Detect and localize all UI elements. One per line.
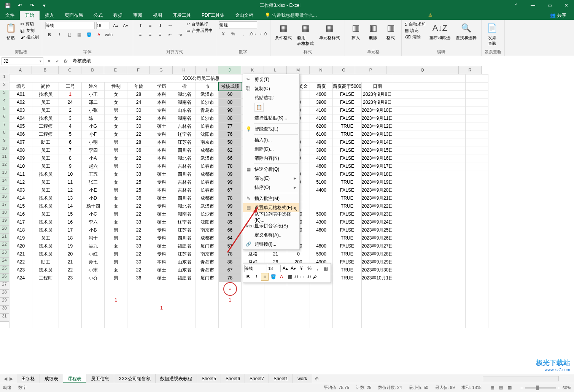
column-header[interactable]: D (81, 66, 104, 74)
cell[interactable] (173, 304, 196, 312)
cell[interactable]: 青岛市 (196, 258, 219, 266)
cell[interactable]: 2023年9月18日 (361, 170, 393, 178)
cell[interactable] (196, 304, 219, 312)
cell[interactable] (219, 320, 242, 328)
row-header[interactable]: 27 (0, 282, 9, 290)
row-header[interactable]: 8 (0, 130, 9, 138)
cell[interactable]: 女 (105, 194, 127, 202)
cell[interactable] (264, 304, 287, 312)
cell[interactable]: 本科 (150, 146, 173, 154)
cell[interactable]: FALSE (333, 186, 362, 194)
cell[interactable] (466, 296, 488, 304)
invoice-check-button[interactable]: 📄发票查验 (485, 21, 500, 47)
cell[interactable]: FALSE (333, 218, 362, 226)
zoom-slider[interactable] (525, 387, 556, 389)
row-header[interactable]: 3 (0, 90, 9, 98)
orientation-icon[interactable]: ⤺ (166, 21, 174, 30)
cell[interactable] (466, 226, 488, 234)
horizontal-scrollbar[interactable] (483, 376, 559, 381)
cell[interactable]: 2023年9月15日 (361, 146, 393, 154)
cell[interactable]: 本科 (150, 186, 173, 194)
cell[interactable] (333, 312, 362, 320)
cell[interactable]: 4900 (310, 138, 333, 146)
cell[interactable] (466, 178, 488, 186)
cell[interactable]: 2 (59, 106, 82, 114)
cell[interactable] (393, 202, 466, 210)
row-headers[interactable]: 1234567891011121314151617181920212223242… (0, 74, 9, 328)
tab-pdf[interactable]: PDF工具集 (196, 11, 230, 20)
cell[interactable]: 沈阳市 (196, 218, 219, 226)
cell[interactable]: 4 (59, 122, 82, 130)
cell[interactable] (82, 304, 105, 312)
cell[interactable]: 吉林省 (173, 122, 196, 130)
cell[interactable]: 沈阳市 (196, 130, 219, 138)
mini-font-combo[interactable] (244, 265, 267, 272)
cell[interactable]: 助工 (32, 138, 59, 146)
cell[interactable]: 江苏省 (173, 250, 196, 258)
cell[interactable] (333, 304, 362, 312)
cell[interactable] (150, 320, 173, 328)
cell[interactable]: 7 (59, 146, 82, 154)
cell[interactable]: 杨十四 (82, 202, 105, 210)
cell[interactable]: 薪资 (310, 83, 333, 90)
cell[interactable]: ★ (219, 282, 242, 296)
cell[interactable]: 小F (82, 130, 105, 138)
cell[interactable] (127, 312, 150, 320)
cell[interactable]: 吴九 (82, 242, 105, 250)
cell[interactable]: 2023年9月13日 (361, 130, 393, 138)
cell[interactable] (333, 282, 362, 296)
cell[interactable]: 50 (219, 138, 242, 146)
cell[interactable]: 李四 (82, 146, 105, 154)
row-header[interactable]: 19 (0, 218, 9, 226)
cell[interactable]: 湖南省 (173, 114, 196, 122)
cell[interactable]: 长春市 (196, 186, 219, 194)
cell[interactable]: 2023年9月16日 (361, 154, 393, 162)
cell[interactable] (393, 178, 466, 186)
cell[interactable]: 2023年9月28日 (361, 250, 393, 258)
cell[interactable]: TRUE (333, 202, 362, 210)
cell[interactable]: A09 (10, 154, 32, 162)
cell[interactable]: A03 (10, 106, 32, 114)
cell[interactable] (466, 258, 488, 266)
cell[interactable]: FALSE (333, 98, 362, 106)
cell[interactable]: 3900 (310, 98, 333, 106)
cell[interactable]: 3 (59, 114, 82, 122)
name-box[interactable]: J2 (2, 57, 43, 65)
cell[interactable] (393, 75, 466, 83)
cell[interactable] (10, 312, 32, 320)
cell[interactable] (466, 98, 488, 106)
cell[interactable]: 36 (127, 274, 150, 282)
cell[interactable]: 四川省 (173, 170, 196, 178)
mini-align-center-button[interactable]: ≡ (261, 273, 269, 281)
cell[interactable]: 22 (59, 266, 82, 274)
tell-me[interactable]: 💡告诉我您想要做什么... (259, 12, 317, 19)
cell[interactable]: 李六 (82, 218, 105, 226)
font-color-button[interactable]: A (95, 30, 103, 39)
cell[interactable]: 13 (59, 194, 82, 202)
paste-button[interactable]: 📋粘贴 (3, 21, 18, 41)
cell[interactable] (361, 312, 393, 320)
cell[interactable]: 88 (219, 258, 242, 266)
cell[interactable]: 2023年9月29日 (361, 258, 393, 266)
restore-icon[interactable]: ▭ (542, 3, 557, 8)
cell[interactable]: 技术员 (32, 226, 59, 234)
cell[interactable]: A04 (10, 114, 32, 122)
mini-painter-icon[interactable]: 🖌 (311, 273, 319, 281)
cell[interactable]: 4400 (310, 186, 333, 194)
cell[interactable]: 78 (219, 250, 242, 258)
ctx-copy[interactable]: ⿻复制(C) (243, 84, 299, 93)
cell[interactable] (393, 234, 466, 242)
cell[interactable]: 66 (219, 154, 242, 162)
column-header[interactable]: G (150, 66, 173, 74)
row-header[interactable]: 10 (0, 146, 9, 154)
cell[interactable]: 66 (219, 226, 242, 234)
cell[interactable]: 专科 (150, 130, 173, 138)
minimize-icon[interactable]: — (525, 3, 541, 8)
paste-option-icon[interactable]: 📋 (254, 103, 264, 112)
cell[interactable] (393, 282, 466, 296)
cell[interactable] (466, 234, 488, 242)
cell-style-button[interactable]: ▦单元格样式 (318, 21, 342, 41)
cell[interactable]: 本科 (150, 138, 173, 146)
sheet-prev-icon[interactable]: ◀ (4, 376, 7, 381)
cell[interactable]: 22 (127, 202, 150, 210)
